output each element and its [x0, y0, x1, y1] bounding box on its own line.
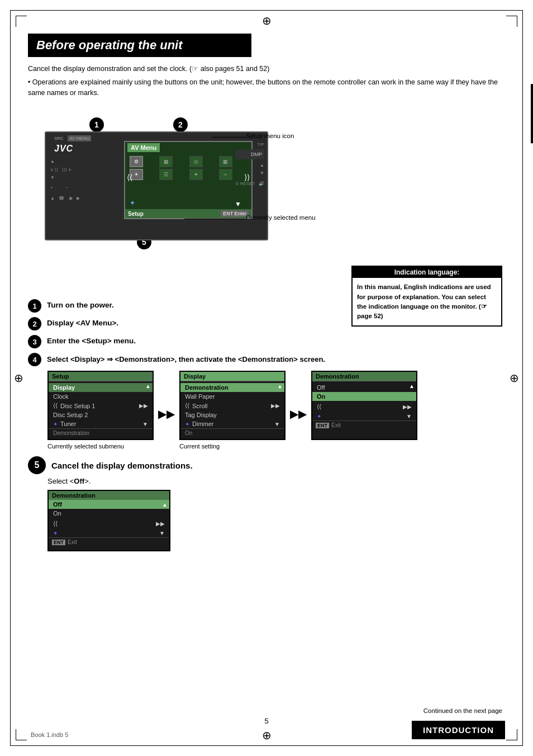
setup-footer: Demonstration: [49, 428, 153, 437]
display-item-fwd: ▶▶: [271, 403, 280, 409]
icon-grid: ▦: [219, 156, 232, 167]
page-border-bottom: [10, 745, 523, 746]
demonstration-label: Demonstration: [53, 430, 89, 436]
demo5-footer: ENT Exit: [49, 537, 169, 546]
demo-scroll-up: ▲: [409, 383, 415, 389]
corner-mark-bl: [16, 729, 27, 740]
arrow-display-demo: ▶▶: [290, 371, 307, 440]
display-scroll-up: ▲: [277, 383, 283, 389]
demo-prev-icon: ⟨⟨: [317, 403, 321, 410]
step2-text: Display <AV Menu>.: [47, 317, 118, 329]
demo5-item-prev-row: ⟨⟨ ▶▶: [49, 518, 169, 529]
arrow-setup-display: ▶▶: [158, 371, 175, 440]
demo-item-off: Off: [312, 383, 416, 392]
step3-item: 3 Enter the <Setup> menu.: [28, 335, 502, 348]
demo-scroll-down2: ▼: [406, 413, 412, 419]
display-footer: On: [180, 428, 284, 437]
av-menu-banner: AV Menu: [127, 143, 160, 152]
setup-item-disc2: Disc Setup 2: [49, 410, 153, 419]
setup-item-scroll-down: ▼: [142, 421, 148, 427]
demo-bt-icon: ✦: [317, 413, 321, 419]
step1-text: Turn on the power.: [47, 299, 114, 311]
display-item-demo: Demonstration: [180, 383, 284, 392]
demo-menu-step4-screen: Demonstration ▲ Off On ⟨⟨ ▶▶ ✦ ▼ ENT: [311, 371, 417, 440]
display-item-wallpaper: Wall Paper: [180, 392, 284, 401]
setup-item-clock: Clock: [49, 392, 153, 401]
step5-title: Cancel the display demonstrations.: [51, 461, 193, 470]
setup-menu-body: ▲ Display Clock ⟨⟨ Disc Setup 1 ▶▶ Disc …: [49, 381, 153, 439]
setup-item-bt-icon: ✦: [53, 421, 58, 427]
step2-circle: 2: [28, 317, 41, 330]
demo-footer: ENT Exit: [312, 420, 416, 429]
demo5-item-on: On: [49, 509, 169, 518]
demo-menu-step5-header: Demonstration: [49, 491, 169, 500]
demo-item-on: On: [312, 392, 416, 401]
setup-menu-screen: Setup ▲ Display Clock ⟨⟨ Disc Setup 1 ▶▶…: [47, 371, 154, 440]
setup-item-disc1: Disc Setup 1: [58, 403, 98, 409]
demo5-scroll-up: ▲: [162, 502, 168, 508]
demo5-fwd: ▶▶: [156, 521, 165, 527]
nav-prev: ⟨⟨: [127, 173, 132, 182]
intro-bullet: • Operations are explained mainly using …: [28, 77, 502, 98]
step4-menus: Setup ▲ Display Clock ⟨⟨ Disc Setup 1 ▶▶…: [47, 371, 502, 440]
setup-banner: Setup ENT Enter: [125, 209, 251, 218]
icon-settings: ⚙: [130, 156, 143, 167]
av-menu-icons: ⚙ ▦ ◎ ▦ ☀ ☰ ✦ ≈: [125, 153, 251, 183]
unit-display: AV Menu ⚙ ▦ ◎ ▦ ☀ ☰ ✦ ≈ ⟨⟨ ⟩⟩ ▲ ▼: [124, 141, 253, 219]
step5-header: 5 Cancel the display demonstrations.: [28, 456, 502, 474]
setup-menu-header: Setup: [49, 372, 153, 381]
device-diagram: 1 2 3 4 5 SRC AV MENU JVC ▲ ∨ ⟨⟨ ⟩⟩⟩ ∧ ▼…: [28, 103, 502, 294]
icon-eq: ▦: [159, 156, 173, 167]
setup-item-disc1-row: ⟨⟨ Disc Setup 1 ▶▶: [49, 401, 153, 410]
crosshair-right-icon: ⊕: [510, 371, 519, 385]
icon-bt: ✦: [189, 169, 203, 180]
indication-box-header: Indication language:: [353, 267, 501, 278]
step5-section: 5 Cancel the display demonstrations. Sel…: [28, 456, 502, 551]
introduction-bar: INTRODUCTION: [412, 721, 505, 739]
setup-item-arrow: ▶▶: [139, 403, 148, 409]
display-scroll-down: ▼: [274, 421, 280, 427]
setup-item-prev-icon: ⟨⟨: [53, 402, 58, 409]
setup-scroll-up: ▲: [145, 383, 151, 389]
demo5-item-off: Off: [49, 500, 169, 509]
corner-mark-tr: [506, 16, 517, 27]
step5-circle: 5: [28, 456, 46, 474]
setup-menu-icon-label: Setup menu icon: [246, 133, 294, 139]
demo5-prev-icon: ⟨⟨: [53, 520, 58, 527]
page-title-box: Before operating the unit: [28, 34, 251, 57]
jvc-logo: JVC: [54, 144, 73, 154]
demo-menu-step4-body: ▲ Off On ⟨⟨ ▶▶ ✦ ▼ ENT Exit: [312, 381, 416, 431]
demo5-bt-icon: ✦: [53, 530, 58, 536]
demo5-bt-row: ✦ ▼: [49, 529, 169, 537]
crosshair-left-icon: ⊕: [14, 371, 23, 385]
page-number: 5: [264, 717, 268, 725]
icon-extra: ≈: [219, 169, 232, 180]
demo-menu-step4-header: Demonstration: [312, 372, 416, 381]
ent-enter-label: ENT Enter: [221, 210, 249, 217]
demo-menu-step5-screen: Demonstration ▲ Off On ⟨⟨ ▶▶ ✦ ▼ ENT: [47, 490, 170, 551]
currently-selected-label: Currently selected menu: [246, 214, 316, 221]
page-border-right: [522, 10, 523, 746]
bt-icon: ✦: [130, 199, 135, 207]
display-item-tag: Tag Display: [180, 410, 284, 419]
demo-menu-step5-body: ▲ Off On ⟨⟨ ▶▶ ✦ ▼ ENT Exit: [49, 500, 169, 550]
corner-mark-br: [506, 729, 517, 740]
display-menu-body: ▲ Demonstration Wall Paper ⟨⟨ Scroll ▶▶ …: [180, 381, 284, 439]
step3-circle: 3: [28, 335, 41, 348]
display-item-prev: ⟨⟨: [185, 402, 189, 409]
language-tab: ENGLISH: [531, 84, 533, 143]
crosshair-top-icon: ⊕: [262, 14, 272, 27]
demo5-exit-label: Exit: [68, 539, 77, 545]
step3-text: Enter the <Setup> menu.: [47, 335, 136, 347]
demo5-scroll-down: ▼: [159, 530, 165, 536]
diagram-step2-badge: 2: [173, 117, 188, 132]
main-content: Before operating the unit Cancel the dis…: [28, 34, 502, 551]
display-item-bt: ✦: [185, 421, 189, 427]
step1-circle: 1: [28, 299, 41, 313]
left-controls: ▲ ∨ ⟨⟨ ⟩⟩⟩ ∧ ▼ + − ▲ ☎ ◉ ▶: [50, 158, 80, 202]
setup-item-tuner-row: ✦ Tuner ▼: [49, 419, 153, 428]
display-item-scroll: Scroll: [189, 403, 211, 409]
display-menu-screen: Display ▲ Demonstration Wall Paper ⟨⟨ Sc…: [179, 371, 285, 440]
exit-label: Exit: [331, 422, 341, 428]
page-title: Before operating the unit: [36, 38, 243, 53]
